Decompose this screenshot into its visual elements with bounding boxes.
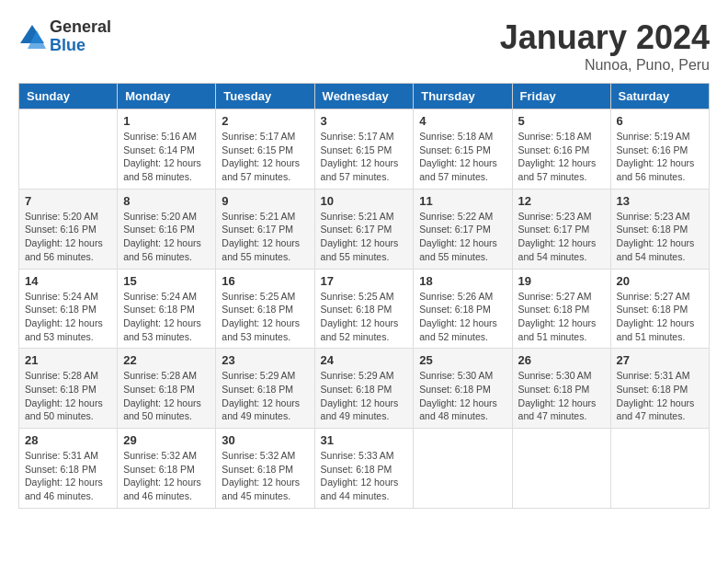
calendar-cell: 21Sunrise: 5:28 AM Sunset: 6:18 PM Dayli… [19,349,118,429]
calendar-cell: 1Sunrise: 5:16 AM Sunset: 6:14 PM Daylig… [118,109,216,190]
day-number: 25 [419,353,506,367]
logo-text: General Blue [50,18,111,55]
day-info: Sunrise: 5:32 AM Sunset: 6:18 PM Dayligh… [123,449,210,503]
header-day-tuesday: Tuesday [216,84,314,109]
day-number: 8 [123,194,210,208]
day-info: Sunrise: 5:27 AM Sunset: 6:18 PM Dayligh… [518,290,605,344]
calendar-cell: 4Sunrise: 5:18 AM Sunset: 6:15 PM Daylig… [414,109,512,190]
calendar-cell: 11Sunrise: 5:22 AM Sunset: 6:17 PM Dayli… [414,189,512,269]
calendar-table: SundayMondayTuesdayWednesdayThursdayFrid… [18,83,710,509]
header-day-saturday: Saturday [610,84,709,109]
day-info: Sunrise: 5:25 AM Sunset: 6:18 PM Dayligh… [321,290,408,344]
day-info: Sunrise: 5:31 AM Sunset: 6:18 PM Dayligh… [25,449,111,503]
calendar-cell: 24Sunrise: 5:29 AM Sunset: 6:18 PM Dayli… [314,349,414,429]
day-number: 29 [123,433,210,447]
week-row-5: 28Sunrise: 5:31 AM Sunset: 6:18 PM Dayli… [19,429,710,509]
day-number: 23 [222,353,308,367]
day-info: Sunrise: 5:21 AM Sunset: 6:17 PM Dayligh… [222,210,308,264]
logo-general: General [50,18,111,37]
week-row-1: 1Sunrise: 5:16 AM Sunset: 6:14 PM Daylig… [19,109,710,190]
day-number: 20 [617,274,703,288]
day-info: Sunrise: 5:28 AM Sunset: 6:18 PM Dayligh… [25,369,111,423]
calendar-cell: 15Sunrise: 5:24 AM Sunset: 6:18 PM Dayli… [118,269,216,349]
day-number: 5 [518,114,605,128]
calendar-cell: 19Sunrise: 5:27 AM Sunset: 6:18 PM Dayli… [512,269,610,349]
day-info: Sunrise: 5:33 AM Sunset: 6:18 PM Dayligh… [321,449,408,503]
day-info: Sunrise: 5:18 AM Sunset: 6:16 PM Dayligh… [518,130,605,184]
header-row: SundayMondayTuesdayWednesdayThursdayFrid… [19,84,710,109]
calendar-cell: 29Sunrise: 5:32 AM Sunset: 6:18 PM Dayli… [118,429,216,509]
day-info: Sunrise: 5:20 AM Sunset: 6:16 PM Dayligh… [25,210,111,264]
calendar-cell: 30Sunrise: 5:32 AM Sunset: 6:18 PM Dayli… [216,429,314,509]
calendar-cell: 13Sunrise: 5:23 AM Sunset: 6:18 PM Dayli… [610,189,709,269]
day-number: 18 [419,274,506,288]
calendar-cell: 23Sunrise: 5:29 AM Sunset: 6:18 PM Dayli… [216,349,314,429]
day-info: Sunrise: 5:18 AM Sunset: 6:15 PM Dayligh… [419,130,506,184]
title-section: January 2024 Nunoa, Puno, Peru [500,18,710,74]
day-info: Sunrise: 5:17 AM Sunset: 6:15 PM Dayligh… [321,130,408,184]
calendar-cell: 9Sunrise: 5:21 AM Sunset: 6:17 PM Daylig… [216,189,314,269]
day-info: Sunrise: 5:32 AM Sunset: 6:18 PM Dayligh… [222,449,308,503]
calendar-cell [610,429,709,509]
day-number: 17 [321,274,408,288]
day-info: Sunrise: 5:29 AM Sunset: 6:18 PM Dayligh… [321,369,408,423]
week-row-2: 7Sunrise: 5:20 AM Sunset: 6:16 PM Daylig… [19,189,710,269]
day-number: 10 [321,194,408,208]
week-row-3: 14Sunrise: 5:24 AM Sunset: 6:18 PM Dayli… [19,269,710,349]
day-info: Sunrise: 5:31 AM Sunset: 6:18 PM Dayligh… [617,369,703,423]
week-row-4: 21Sunrise: 5:28 AM Sunset: 6:18 PM Dayli… [19,349,710,429]
day-info: Sunrise: 5:23 AM Sunset: 6:18 PM Dayligh… [617,210,703,264]
calendar-cell: 25Sunrise: 5:30 AM Sunset: 6:18 PM Dayli… [414,349,512,429]
calendar-cell: 3Sunrise: 5:17 AM Sunset: 6:15 PM Daylig… [314,109,414,190]
day-number: 30 [222,433,308,447]
subtitle: Nunoa, Puno, Peru [500,57,710,74]
day-info: Sunrise: 5:19 AM Sunset: 6:16 PM Dayligh… [617,130,703,184]
day-number: 19 [518,274,605,288]
calendar-cell: 7Sunrise: 5:20 AM Sunset: 6:16 PM Daylig… [19,189,118,269]
calendar-cell [414,429,512,509]
day-info: Sunrise: 5:25 AM Sunset: 6:18 PM Dayligh… [222,290,308,344]
day-number: 12 [518,194,605,208]
main-title: January 2024 [500,18,710,57]
day-info: Sunrise: 5:20 AM Sunset: 6:16 PM Dayligh… [123,210,210,264]
day-info: Sunrise: 5:27 AM Sunset: 6:18 PM Dayligh… [617,290,703,344]
day-number: 3 [321,114,408,128]
day-info: Sunrise: 5:21 AM Sunset: 6:17 PM Dayligh… [321,210,408,264]
day-number: 2 [222,114,308,128]
day-number: 1 [123,114,210,128]
calendar-cell: 5Sunrise: 5:18 AM Sunset: 6:16 PM Daylig… [512,109,610,190]
header-day-sunday: Sunday [19,84,118,109]
calendar-cell: 8Sunrise: 5:20 AM Sunset: 6:16 PM Daylig… [118,189,216,269]
calendar-header: SundayMondayTuesdayWednesdayThursdayFrid… [19,84,710,109]
day-number: 28 [25,433,111,447]
day-info: Sunrise: 5:30 AM Sunset: 6:18 PM Dayligh… [518,369,605,423]
day-info: Sunrise: 5:24 AM Sunset: 6:18 PM Dayligh… [123,290,210,344]
day-number: 6 [617,114,703,128]
calendar-cell: 18Sunrise: 5:26 AM Sunset: 6:18 PM Dayli… [414,269,512,349]
calendar-cell: 14Sunrise: 5:24 AM Sunset: 6:18 PM Dayli… [19,269,118,349]
calendar-cell: 10Sunrise: 5:21 AM Sunset: 6:17 PM Dayli… [314,189,414,269]
day-number: 22 [123,353,210,367]
calendar-cell: 20Sunrise: 5:27 AM Sunset: 6:18 PM Dayli… [610,269,709,349]
header-day-friday: Friday [512,84,610,109]
calendar-cell: 2Sunrise: 5:17 AM Sunset: 6:15 PM Daylig… [216,109,314,190]
day-info: Sunrise: 5:26 AM Sunset: 6:18 PM Dayligh… [419,290,506,344]
calendar-cell: 17Sunrise: 5:25 AM Sunset: 6:18 PM Dayli… [314,269,414,349]
header-day-monday: Monday [118,84,216,109]
logo-icon [18,23,46,51]
logo-blue: Blue [50,37,111,55]
day-number: 11 [419,194,506,208]
calendar-cell [512,429,610,509]
day-number: 27 [617,353,703,367]
day-number: 26 [518,353,605,367]
day-number: 7 [25,194,111,208]
calendar-cell: 27Sunrise: 5:31 AM Sunset: 6:18 PM Dayli… [610,349,709,429]
day-info: Sunrise: 5:29 AM Sunset: 6:18 PM Dayligh… [222,369,308,423]
header-day-wednesday: Wednesday [314,84,414,109]
day-info: Sunrise: 5:17 AM Sunset: 6:15 PM Dayligh… [222,130,308,184]
calendar-cell: 16Sunrise: 5:25 AM Sunset: 6:18 PM Dayli… [216,269,314,349]
calendar-cell: 12Sunrise: 5:23 AM Sunset: 6:17 PM Dayli… [512,189,610,269]
day-number: 15 [123,274,210,288]
day-info: Sunrise: 5:22 AM Sunset: 6:17 PM Dayligh… [419,210,506,264]
day-number: 24 [321,353,408,367]
